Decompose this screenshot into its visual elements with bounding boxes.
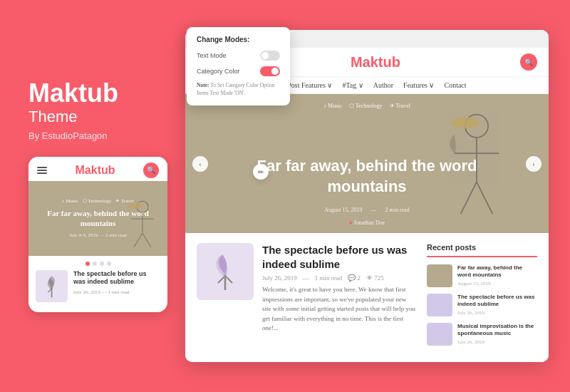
site-logo: Maktub xyxy=(351,54,400,71)
edit-icon[interactable]: ✏ xyxy=(253,164,269,180)
mobile-card-title: The spectacle before us was indeed subli… xyxy=(73,270,160,287)
article-meta: July 26, 2019 — 1 min read 💬 2 👁 725 xyxy=(262,274,417,282)
category-color-label: Category Color xyxy=(197,68,240,75)
brand-by: By EstudioPatagon xyxy=(28,130,178,141)
article-tree-icon xyxy=(204,250,247,293)
svg-point-9 xyxy=(451,117,479,128)
recent-post-1-thumb xyxy=(427,264,452,287)
recent-post-1-date: August 15, 2019 xyxy=(457,281,537,287)
recent-post-1: Far far away, behind the word mountains … xyxy=(427,264,537,287)
mobile-topbar: Maktub 🔍 xyxy=(28,157,167,181)
hero-prev-button[interactable]: ‹ xyxy=(192,156,208,172)
brand-title: Maktub xyxy=(28,81,178,106)
browser-content: f t in ⌘ Maktub 🔍 Home ∨ Header Styles ∨… xyxy=(185,48,549,362)
recent-post-2-date: July 26, 2019 xyxy=(457,310,537,316)
hero-text-block: Far far away, behind the word mountains xyxy=(185,142,549,197)
mobile-article-card: The spectacle before us was indeed subli… xyxy=(28,270,167,302)
recent-post-3-content: Musical improvisation is the spontaneous… xyxy=(457,323,537,345)
article-area: The spectacle before us was indeed subli… xyxy=(197,243,417,352)
recent-post-3-title: Musical improvisation is the spontaneous… xyxy=(457,323,537,338)
recent-post-2-thumb xyxy=(427,294,452,316)
mobile-logo: Maktub xyxy=(76,164,115,177)
recent-post-1-content: Far far away, behind the word mountains … xyxy=(457,264,537,287)
recent-post-1-title: Far far away, behind the word mountains xyxy=(457,264,537,279)
article-card: The spectacle before us was indeed subli… xyxy=(197,243,417,334)
mobile-hero-illustration xyxy=(125,199,160,256)
hero-tags: ♪ Music ⬡ Technology ✈ Travel xyxy=(323,103,410,109)
article-title: The spectacle before us was indeed subli… xyxy=(262,243,417,271)
mobile-mockup: Maktub 🔍 ♪ Music ⬡ Technology ✈ Travel F… xyxy=(28,157,167,312)
mode-popup: Change Modes: Text Mode Category Color N… xyxy=(187,48,290,105)
svg-line-4 xyxy=(142,233,151,247)
recent-post-3-date: July 26, 2019 xyxy=(457,339,537,345)
text-mode-toggle[interactable] xyxy=(260,51,280,61)
browser-mockup: f t in ⌘ Maktub 🔍 Home ∨ Header Styles ∨… xyxy=(185,30,549,362)
menu-features[interactable]: Features ∨ xyxy=(403,81,434,89)
text-mode-row: Text Mode xyxy=(197,51,280,61)
text-mode-label: Text Mode xyxy=(197,52,227,59)
hero-meta: August 15, 2019 — 2 min read xyxy=(324,207,409,213)
mobile-hero-tags: ♪ Music ⬡ Technology ✈ Travel xyxy=(62,198,134,204)
svg-point-5 xyxy=(128,202,143,209)
svg-line-3 xyxy=(134,233,142,247)
mobile-search-button[interactable]: 🔍 xyxy=(143,163,159,178)
menu-post-features[interactable]: Post Features ∨ xyxy=(287,81,332,89)
hamburger-icon[interactable] xyxy=(37,167,47,174)
toggle-knob-2 xyxy=(271,68,279,75)
category-color-row: Category Color xyxy=(197,66,280,76)
recent-post-3: Musical improvisation is the spontaneous… xyxy=(427,323,537,346)
mobile-carousel-dots xyxy=(28,262,167,266)
recent-post-3-thumb xyxy=(427,323,452,346)
category-color-toggle[interactable] xyxy=(260,66,280,76)
recent-posts-title: Recent posts xyxy=(427,243,537,257)
article-thumbnail xyxy=(197,243,254,300)
main-area: The spectacle before us was indeed subli… xyxy=(185,233,549,362)
mobile-card-meta: July 26, 2019 — 1 min read xyxy=(73,289,160,295)
mobile-hero: ♪ Music ⬡ Technology ✈ Travel Far far aw… xyxy=(28,181,167,256)
article-content: The spectacle before us was indeed subli… xyxy=(262,243,417,334)
recent-post-2: The spectacle before us was indeed subli… xyxy=(427,294,537,316)
left-panel: Maktub Theme By EstudioPatagon Maktub 🔍 … xyxy=(28,81,178,312)
menu-tag[interactable]: #Tag ∨ xyxy=(342,81,363,89)
mobile-card-content: The spectacle before us was indeed subli… xyxy=(73,270,160,295)
svg-line-16 xyxy=(225,276,232,283)
hero-title: Far far away, behind the word mountains xyxy=(185,156,549,197)
menu-author[interactable]: Author xyxy=(373,81,393,89)
hero-slider: ♪ Music ⬡ Technology ✈ Travel Far far aw… xyxy=(185,94,549,233)
popup-note: Note: To Set Category Color Option Items… xyxy=(197,82,280,97)
hero-next-button[interactable]: › xyxy=(526,156,542,172)
site-search-button[interactable]: 🔍 xyxy=(520,53,537,71)
toggle-knob xyxy=(261,52,269,59)
recent-post-2-title: The spectacle before us was indeed subli… xyxy=(457,294,537,309)
mobile-hero-meta: July 8-9, 2019 — 2 min read xyxy=(69,232,127,238)
brand-subtitle: Theme xyxy=(28,108,178,126)
tree-icon xyxy=(39,274,64,299)
menu-contact[interactable]: Contact xyxy=(444,81,466,89)
sidebar: Recent posts Far far away, behind the wo… xyxy=(427,243,537,352)
mobile-card-thumbnail xyxy=(36,270,68,302)
article-excerpt: Welcome, it's great to have you here. We… xyxy=(262,285,417,334)
hero-author: ● Jonathan Doe xyxy=(349,220,385,226)
recent-post-2-content: The spectacle before us was indeed subli… xyxy=(457,294,537,316)
